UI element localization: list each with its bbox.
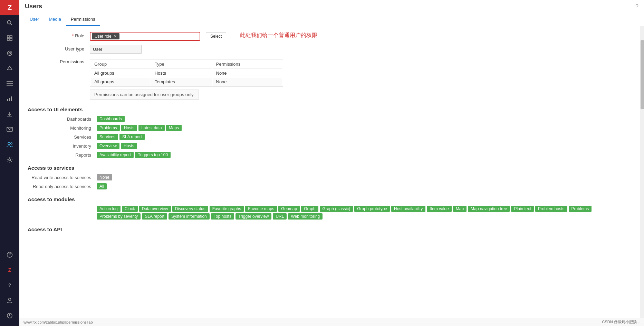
svg-point-21 <box>9 256 10 257</box>
scrollbar[interactable] <box>640 26 644 326</box>
tag-data-overview: Data overview <box>139 206 171 212</box>
svg-line-1 <box>11 24 12 26</box>
tag-hosts: Hosts <box>121 125 137 131</box>
tag-graph-prototype: Graph prototype <box>354 206 390 212</box>
svg-rect-5 <box>10 38 12 40</box>
role-label: Role <box>28 32 90 38</box>
sidebar-logout[interactable] <box>0 308 19 323</box>
content-outer: Role User role ✕ Select 此处我们给一个普通用户的权限 <box>19 26 644 326</box>
svg-rect-3 <box>10 36 12 38</box>
dashboards-label: Dashboards <box>28 116 97 122</box>
access-row-dashboards: Dashboards Dashboards <box>28 116 632 122</box>
services-tags: Services SLA report <box>97 134 145 140</box>
svg-rect-2 <box>7 36 9 38</box>
access-row-reports: Reports Availability report Triggers top… <box>28 152 632 158</box>
table-row: All groups Templates None <box>91 78 282 86</box>
cell-perm: None <box>213 69 282 77</box>
svg-point-22 <box>9 298 11 301</box>
sidebar-user-profile[interactable] <box>0 293 19 308</box>
role-tag-close[interactable]: ✕ <box>114 34 117 39</box>
access-row-inventory: Inventory Overview Hosts <box>28 143 632 149</box>
access-row-services: Services Services SLA report <box>28 134 632 140</box>
sidebar-item-search[interactable] <box>0 15 19 30</box>
tab-permissions[interactable]: Permissions <box>66 13 100 26</box>
tag-graph-classic: Graph (classic) <box>320 206 353 212</box>
app-logo[interactable]: Z <box>0 0 19 15</box>
user-type-label: User type <box>28 45 90 52</box>
services-label: Services <box>28 134 97 140</box>
modules-label <box>28 206 97 206</box>
tag-sla-report: SLA report <box>119 134 145 140</box>
svg-rect-13 <box>9 98 10 101</box>
tab-bar: User Media Permissions <box>19 13 644 26</box>
access-row-rw-services: Read-write access to services None <box>28 174 632 180</box>
cell-perm: None <box>213 78 282 86</box>
sidebar-item-network[interactable] <box>0 61 19 76</box>
sidebar-item-users[interactable] <box>0 137 19 152</box>
col-permissions: Permissions <box>213 60 282 68</box>
tab-user[interactable]: User <box>25 13 44 26</box>
svg-point-7 <box>9 53 11 54</box>
svg-marker-8 <box>7 66 12 70</box>
access-row-ro-services: Read-only access to services All <box>28 183 632 189</box>
tag-problem-hosts: Problem hosts <box>535 206 567 212</box>
col-type: Type <box>151 60 212 68</box>
sidebar-zabbix-brand[interactable]: Z <box>0 262 19 278</box>
tab-media[interactable]: Media <box>44 13 66 26</box>
content-scroll[interactable]: Role User role ✕ Select 此处我们给一个普通用户的权限 <box>19 26 640 326</box>
tag-web-monitoring: Web monitoring <box>288 213 323 220</box>
svg-point-18 <box>11 143 12 145</box>
permissions-content: Group Type Permissions All groups Hosts … <box>90 58 283 100</box>
tag-action-log: Action log <box>97 206 121 212</box>
access-modules-section-title: Access to modules <box>28 196 632 202</box>
page-title: Users <box>25 3 42 10</box>
sidebar-item-settings[interactable] <box>0 152 19 167</box>
tag-plain-text: Plain text <box>511 206 534 212</box>
tag-geomap: Geomap <box>278 206 300 212</box>
permissions-table: Group Type Permissions All groups Hosts … <box>90 59 283 87</box>
tag-problems-severity: Problems by severity <box>97 213 141 220</box>
svg-rect-4 <box>7 38 9 40</box>
sidebar-item-mail[interactable] <box>0 122 19 137</box>
svg-point-0 <box>8 21 11 24</box>
content-inner: Role User role ✕ Select 此处我们给一个普通用户的权限 <box>19 26 640 250</box>
sidebar-help[interactable]: ? <box>0 278 19 293</box>
help-icon[interactable]: ? <box>635 3 638 10</box>
permissions-label: Permissions <box>28 58 90 64</box>
col-group: Group <box>91 60 151 68</box>
tag-problems-mod: Problems <box>569 206 592 212</box>
main-area: Users ? User Media Permissions Role User… <box>19 0 644 326</box>
user-type-row: User type User <box>28 45 632 54</box>
scrollbar-thumb[interactable] <box>641 40 644 109</box>
status-url: www.ftx.com/zabbix.php#permissionsTab <box>23 320 93 324</box>
access-row-monitoring: Monitoring Problems Hosts Latest data Ma… <box>28 125 632 131</box>
role-input-container[interactable]: User role ✕ <box>90 32 200 41</box>
tag-map: Map <box>453 206 467 212</box>
cell-group: All groups <box>91 69 151 77</box>
sidebar-item-monitoring[interactable] <box>0 46 19 61</box>
access-api-section-title: Access to API <box>28 226 632 232</box>
svg-point-17 <box>8 142 10 145</box>
tag-graph: Graph <box>301 206 318 212</box>
tag-favorite-maps: Favorite maps <box>245 206 277 212</box>
sidebar-item-reports[interactable] <box>0 91 19 106</box>
access-ui-section-title: Access to UI elements <box>28 106 632 112</box>
sidebar-item-list[interactable] <box>0 76 19 91</box>
status-bar: www.ftx.com/zabbix.php#permissionsTab CS… <box>19 318 644 326</box>
select-button[interactable]: Select <box>206 32 226 40</box>
inventory-tags: Overview Hosts <box>97 143 137 149</box>
rw-services-tags: None <box>97 174 112 180</box>
tag-discovery-status: Discovery status <box>172 206 208 212</box>
tag-all-ro: All <box>97 183 107 189</box>
tag-url: URL <box>273 213 287 220</box>
user-type-value: User <box>90 45 142 54</box>
sidebar-item-download[interactable] <box>0 106 19 122</box>
sidebar-item-support[interactable] <box>0 247 19 262</box>
tag-triggers-top100: Triggers top 100 <box>135 152 171 158</box>
inventory-label: Inventory <box>28 143 97 149</box>
svg-point-6 <box>8 51 12 56</box>
reports-label: Reports <box>28 152 97 158</box>
sidebar-item-dashboard[interactable] <box>0 30 19 46</box>
tag-hosts-inv: Hosts <box>121 143 137 149</box>
table-row: All groups Hosts None <box>91 69 282 77</box>
